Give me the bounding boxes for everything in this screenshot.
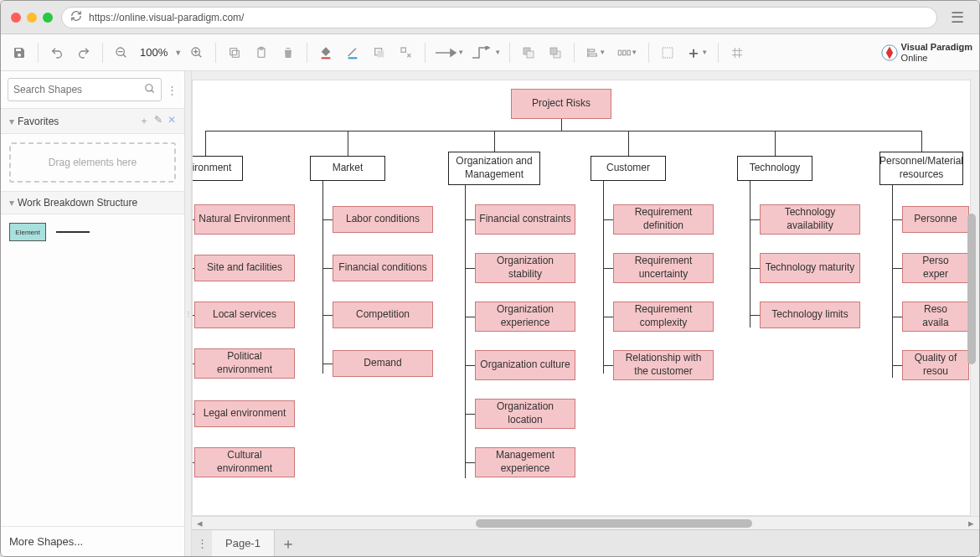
node-personnel[interactable]: Personnel/Material resources — [879, 152, 963, 185]
leaf[interactable]: Political environment — [194, 348, 295, 379]
more-shapes-button[interactable]: More Shapes... — [1, 526, 184, 556]
leaf[interactable]: Organization stability — [475, 253, 575, 283]
to-back-button[interactable] — [544, 41, 567, 64]
leaf[interactable]: Financial constraints — [475, 204, 575, 235]
leaf[interactable]: Management experience — [475, 447, 575, 477]
leaf[interactable]: Quality of resou — [902, 350, 969, 380]
maximize-icon[interactable] — [43, 13, 53, 23]
close-icon[interactable] — [11, 13, 21, 23]
line-color-button[interactable] — [341, 41, 364, 64]
redo-button[interactable] — [72, 41, 95, 64]
search-input[interactable] — [8, 78, 162, 101]
menu-icon[interactable]: ☰ — [946, 8, 969, 28]
leaf[interactable]: Demand — [333, 350, 433, 377]
distribute-button[interactable]: ▼ — [613, 41, 642, 64]
connection-button[interactable]: ▼ — [432, 41, 466, 64]
to-front-button[interactable] — [517, 41, 540, 64]
leaf[interactable]: Requirement complexity — [613, 302, 714, 332]
search-field[interactable] — [13, 84, 139, 95]
zoom-in-button[interactable] — [185, 41, 209, 64]
palette-connector[interactable] — [56, 231, 90, 233]
node-org-mgmt[interactable]: Organization and Management — [448, 152, 540, 185]
leaf[interactable]: Technology limits — [760, 302, 860, 328]
scroll-left-icon[interactable]: ◂ — [192, 517, 208, 529]
svg-line-2 — [123, 54, 126, 57]
tab-drag-handle[interactable]: ⋮ — [192, 530, 212, 557]
leaf[interactable]: Site and facilities — [194, 255, 295, 281]
leaf[interactable]: Financial conditions — [333, 255, 433, 281]
sidebar-collapse-handle[interactable]: ⋮ — [185, 71, 192, 556]
zoom-out-button[interactable] — [110, 41, 133, 64]
fill-color-button[interactable] — [314, 41, 338, 64]
palette-element-shape[interactable]: Element — [9, 223, 46, 241]
scrollbar-thumb[interactable] — [476, 519, 752, 528]
vertical-scrollbar[interactable] — [966, 80, 977, 518]
shadow-button[interactable] — [368, 41, 391, 64]
svg-rect-11 — [322, 57, 331, 59]
favorites-section[interactable]: ▾ Favorites ＋ ✎ ✕ — [1, 108, 184, 134]
url-text: https://online.visual-paradigm.com/ — [89, 12, 244, 23]
add-page-button[interactable]: ＋ — [275, 534, 302, 554]
zoom-level[interactable]: 100% — [137, 46, 171, 59]
leaf[interactable]: Local services — [194, 302, 295, 328]
scroll-right-icon[interactable]: ▸ — [963, 517, 979, 529]
leaf[interactable]: Technology maturity — [760, 253, 860, 283]
brand-logo: Visual ParadigmOnline — [881, 42, 972, 62]
close-favorite-icon[interactable]: ✕ — [168, 114, 176, 128]
edit-favorite-icon[interactable]: ✎ — [154, 114, 162, 128]
node-market[interactable]: Market — [310, 156, 385, 181]
select-mode-button[interactable] — [656, 41, 679, 64]
leaf[interactable]: Organization culture — [475, 350, 575, 380]
leaf[interactable]: Natural Environment — [194, 204, 295, 235]
leaf[interactable]: Competition — [333, 302, 433, 328]
leaf[interactable]: Personne — [902, 206, 969, 233]
node-technology[interactable]: Technology — [737, 156, 812, 181]
scrollbar-thumb[interactable] — [967, 214, 976, 364]
leaf[interactable]: Requirement uncertainty — [613, 253, 714, 283]
leaf[interactable]: Technology availability — [760, 204, 860, 235]
leaf[interactable]: Organization location — [475, 399, 575, 429]
copy-button[interactable] — [223, 41, 246, 64]
more-icon[interactable]: ⋮ — [167, 84, 178, 96]
leaf[interactable]: Requirement definition — [613, 204, 714, 235]
minimize-icon[interactable] — [27, 13, 37, 23]
leaf[interactable]: Legal environment — [194, 400, 295, 427]
favorites-dropzone[interactable]: Drag elements here — [9, 142, 176, 183]
svg-point-29 — [146, 84, 152, 90]
delete-button[interactable] — [276, 41, 300, 64]
separator — [574, 43, 575, 63]
save-button[interactable] — [8, 41, 31, 64]
leaf[interactable]: Reso availa — [902, 302, 969, 332]
leaf[interactable]: Relationship with the customer — [613, 350, 714, 380]
separator — [38, 43, 39, 63]
grid-button[interactable] — [725, 41, 749, 64]
url-bar[interactable]: https://online.visual-paradigm.com/ — [61, 7, 937, 28]
add-button[interactable]: ＋▼ — [683, 41, 711, 64]
brand-line2: Online — [901, 53, 928, 63]
wbs-label: Work Breakdown Structure — [18, 197, 137, 209]
wbs-section[interactable]: ▾ Work Breakdown Structure — [1, 191, 184, 214]
add-favorite-icon[interactable]: ＋ — [139, 114, 149, 128]
separator — [307, 43, 307, 63]
leaf[interactable]: Perso exper — [902, 253, 969, 283]
node-customer[interactable]: Customer — [591, 156, 666, 181]
node-root[interactable]: Project Risks — [511, 89, 611, 119]
tab-page-1[interactable]: Page-1 — [212, 530, 275, 557]
undo-button[interactable] — [45, 41, 69, 64]
paste-button[interactable] — [250, 41, 273, 64]
separator — [215, 43, 216, 63]
align-button[interactable]: ▼ — [581, 41, 610, 64]
reload-icon[interactable] — [70, 10, 82, 24]
horizontal-scrollbar[interactable]: ◂ ▸ — [192, 516, 979, 529]
leaf[interactable]: Organization experience — [475, 302, 575, 332]
svg-line-6 — [199, 54, 201, 57]
leaf[interactable]: Labor conditions — [333, 206, 433, 233]
leaf[interactable]: Cultural environment — [194, 447, 295, 477]
canvas[interactable]: Project Risks vironment Market Organi — [192, 80, 971, 516]
node-environment[interactable]: vironment — [192, 156, 243, 181]
waypoint-button[interactable]: ▼ — [469, 41, 503, 64]
style-button[interactable] — [395, 41, 418, 64]
main-area: ⋮ ▾ Favorites ＋ ✎ ✕ Drag elements here ▾… — [1, 71, 979, 556]
search-icon[interactable] — [144, 83, 156, 97]
zoom-dropdown-icon[interactable]: ▼ — [174, 49, 182, 57]
